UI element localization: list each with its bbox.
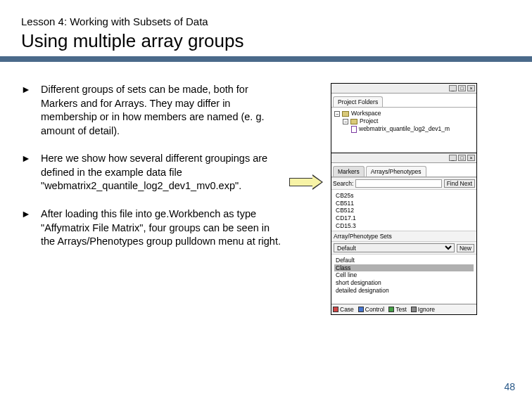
sets-select[interactable]: Default: [334, 243, 455, 252]
panel-min-icon[interactable]: _: [449, 85, 457, 91]
sets-label: Array/Phenotype Sets: [334, 233, 392, 240]
array-list[interactable]: CB25s CB511 CB512 CD17.1 CD15.3: [331, 190, 476, 231]
list-item[interactable]: CB25s: [334, 192, 474, 200]
tree-row-file[interactable]: webmatrix_quantile_log2_dev1_m: [334, 125, 474, 133]
panel-close-icon[interactable]: ×: [467, 155, 475, 161]
sets-bar: Array/Phenotype Sets: [331, 231, 476, 242]
list-item[interactable]: CD17.1: [334, 214, 474, 222]
ignore-icon: [411, 307, 417, 312]
tab-arrays-phenotypes[interactable]: Arrays/Phenotypes: [366, 166, 426, 176]
list-item[interactable]: Default: [334, 257, 474, 264]
test-icon: [388, 307, 394, 312]
tree-label: Workspace: [351, 110, 381, 117]
title-rule: [0, 56, 532, 62]
control-button[interactable]: Control: [358, 306, 384, 313]
control-icon: [358, 307, 364, 312]
test-button[interactable]: Test: [388, 306, 407, 313]
search-row: Search: Find Next: [331, 177, 476, 190]
list-item[interactable]: detailed designation: [334, 287, 474, 295]
tab-markers[interactable]: Markers: [333, 166, 365, 176]
bullet-list: ► Different groups of sets can be made, …: [21, 83, 281, 263]
list-item-selected[interactable]: Class: [334, 264, 474, 272]
bullet-item: ► After loading this file into ge.Workbe…: [21, 207, 281, 249]
page-number: 48: [504, 381, 515, 392]
list-item[interactable]: CB512: [334, 207, 474, 214]
panel-titlebar: _ □ ×: [331, 153, 476, 163]
search-input[interactable]: [355, 179, 441, 188]
classification-bar: Case Control Test Ignore: [331, 304, 476, 314]
ignore-button[interactable]: Ignore: [411, 306, 435, 313]
panel-titlebar: _ □ ×: [331, 84, 476, 94]
tree-row-workspace[interactable]: − Workspace: [334, 110, 474, 117]
project-panel: _ □ × Project Folders − Workspace −: [331, 84, 476, 153]
bullet-item: ► Here we show how several different gro…: [21, 152, 281, 193]
panel-max-icon[interactable]: □: [458, 85, 466, 91]
tree-row-project[interactable]: − Project: [334, 117, 474, 125]
sets-select-row: Default New: [331, 242, 476, 255]
panel-close-icon[interactable]: ×: [467, 85, 475, 91]
file-icon: [351, 126, 357, 133]
bullet-text: After loading this file into ge.Workbenc…: [41, 207, 281, 249]
bullet-marker: ►: [21, 83, 41, 138]
groups-list[interactable]: Default Class Cell line short designatio…: [331, 255, 476, 304]
lesson-label: Lesson 4: Working with Subsets of Data: [21, 15, 511, 27]
find-next-button[interactable]: Find Next: [444, 179, 475, 188]
tree-label: webmatrix_quantile_log2_dev1_m: [359, 125, 450, 133]
case-button[interactable]: Case: [333, 306, 354, 313]
bullet-marker: ►: [21, 152, 41, 193]
tree-collapse-icon[interactable]: −: [343, 119, 348, 124]
case-icon: [333, 307, 338, 312]
bullet-item: ► Different groups of sets can be made, …: [21, 83, 281, 138]
list-item[interactable]: CB511: [334, 200, 474, 207]
list-item[interactable]: CD15.3: [334, 222, 474, 230]
project-tree[interactable]: − Workspace − Project webmatrix_quantile…: [331, 108, 476, 153]
panel-min-icon[interactable]: _: [449, 155, 457, 161]
tree-label: Project: [360, 117, 378, 125]
bullet-marker: ►: [21, 207, 41, 249]
slide-title: Using multiple array groups: [21, 30, 511, 52]
folder-icon: [342, 111, 349, 117]
side-panels: _ □ × Project Folders − Workspace −: [331, 83, 477, 315]
tree-collapse-icon[interactable]: −: [334, 111, 340, 117]
markers-panel: _ □ × Markers Arrays/Phenotypes Search: …: [331, 153, 476, 314]
tab-project-folders[interactable]: Project Folders: [333, 96, 383, 107]
bullet-text: Here we show how several different group…: [41, 152, 281, 193]
panel-max-icon[interactable]: □: [458, 155, 466, 161]
bullet-text: Different groups of sets can be made, bo…: [41, 83, 281, 138]
callout-arrow-icon: [289, 174, 323, 190]
new-set-button[interactable]: New: [457, 244, 474, 252]
list-item[interactable]: short designation: [334, 279, 474, 287]
list-item[interactable]: Cell line: [334, 271, 474, 279]
search-label: Search:: [333, 180, 353, 187]
folder-icon: [350, 119, 357, 124]
